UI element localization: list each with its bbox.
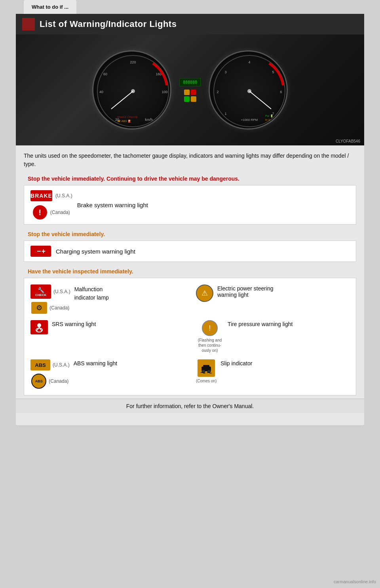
charging-warning-row: − + Charging system warning light	[30, 246, 350, 257]
abs-canada-row: ABS (Canada)	[31, 374, 68, 389]
brake-icon-group: BRAKE (U.S.A.) ! (Canada)	[30, 190, 72, 220]
tire-icon: !	[202, 320, 218, 336]
malfunction-text: Malfunction indicator lamp	[74, 284, 109, 302]
svg-text:100: 100	[162, 90, 167, 94]
abs-icon: ABS	[30, 359, 50, 370]
malfunction-usa-label: (U.S.A.)	[53, 289, 70, 294]
malfunction-item: 🔧 CHECK (U.S.A.) ⚙ (Canada)	[30, 284, 184, 314]
srs-item: SRS warning light	[30, 320, 184, 353]
abs-icons: ABS (U.S.A.) ABS (Canada)	[30, 359, 70, 389]
section-header-title: List of Warning/Indicator Lights	[40, 19, 177, 29]
charging-icon: − +	[30, 246, 51, 257]
indicator-grid	[184, 90, 196, 102]
abs-canada-label: (Canada)	[49, 378, 68, 384]
inspect-warning-box: 🔧 CHECK (U.S.A.) ⚙ (Canada)	[24, 278, 356, 395]
speedometer-gauge: 220 160 100 60 40 20 km/h B	[92, 50, 171, 130]
main-content: List of Warning/Indicator Lights 220 160	[16, 14, 364, 425]
trip-display: 888888	[179, 78, 201, 86]
svg-text:Pst 🔋: Pst 🔋	[265, 114, 274, 118]
svg-point-25	[37, 323, 41, 327]
svg-text:H  ①: H ①	[265, 118, 270, 121]
center-display: 888888	[179, 78, 201, 102]
section-header: List of Warning/Indicator Lights	[16, 14, 364, 34]
abs-usa-label: (U.S.A.)	[53, 362, 70, 368]
inspect-section: Have the vehicle inspected immediately. …	[24, 265, 356, 395]
image-credit: CLYOFAB546	[336, 139, 360, 143]
svg-text:3: 3	[225, 70, 227, 74]
engine-canada-row: ⚙ (Canada)	[31, 302, 69, 314]
svg-text:60: 60	[103, 72, 107, 76]
srs-icon	[30, 320, 48, 334]
stop-dangerous-section: Stop the vehicle immediately. Continuing…	[24, 172, 356, 225]
malfunction-icons: 🔧 CHECK (U.S.A.) ⚙ (Canada)	[30, 284, 70, 314]
slip-label: (Comes on)	[196, 378, 217, 384]
malfunction-canada-label: (Canada)	[49, 305, 69, 311]
srs-text: SRS warning light	[52, 320, 96, 327]
stop-section: Stop the vehicle immediately. − + Chargi…	[24, 228, 356, 262]
svg-line-9	[111, 91, 133, 109]
svg-text:1: 1	[225, 112, 227, 116]
tire-icons: ! (Flashing and then continu-ously on)	[196, 320, 224, 353]
slip-item: (Comes on) Slip indicator	[196, 359, 350, 389]
stop-dangerous-label: Stop the vehicle immediately. Continuing…	[24, 172, 356, 185]
svg-text:☎ ABS ⛽: ☎ ABS ⛽	[117, 119, 131, 123]
top-tab-label: What to do if ...	[32, 4, 68, 10]
abs-text: ABS warning light	[74, 359, 118, 367]
svg-text:km/h: km/h	[145, 118, 153, 122]
engine-icon: ⚙	[31, 302, 47, 314]
footer-note: For further information, refer to the Ow…	[16, 399, 364, 413]
section-header-icon	[22, 18, 35, 31]
brake-circle-icon: !	[33, 205, 47, 220]
top-tab: What to do if ...	[24, 0, 76, 14]
svg-rect-30	[203, 365, 209, 368]
svg-text:×1000 RPM: ×1000 RPM	[241, 118, 258, 122]
abs-circle-icon: ABS	[31, 374, 46, 389]
abs-item: ABS (U.S.A.) ABS (Canada) ABS warning li…	[30, 359, 184, 389]
charging-warning-text: Charging system warning light	[56, 248, 135, 255]
inspect-label: Have the vehicle inspected immediately.	[24, 265, 356, 278]
dashboard-image: 220 160 100 60 40 20 km/h B	[16, 34, 364, 145]
tachometer-gauge: 4 5 6 7 3 2 1 ×1000 RPM	[209, 50, 288, 130]
brake-warning-row: BRAKE (U.S.A.) ! (Canada) Brake system w…	[30, 190, 350, 220]
charging-warning-box: − + Charging system warning light	[24, 241, 356, 262]
brake-warning-box: BRAKE (U.S.A.) ! (Canada) Brake system w…	[24, 185, 356, 225]
tire-text: Tire pressure warning light	[228, 320, 293, 327]
page-wrapper: What to do if ... List of Warning/Indica…	[0, 0, 380, 588]
brake-usa-label: (U.S.A.)	[55, 193, 72, 199]
slip-icon	[198, 359, 215, 377]
warnings-section: Stop the vehicle immediately. Continuing…	[16, 172, 364, 395]
indicator-3	[184, 96, 190, 102]
svg-text:BRAKE CRUISE: BRAKE CRUISE	[117, 116, 138, 118]
svg-text:5: 5	[272, 70, 274, 74]
check-icon: 🔧 CHECK	[30, 284, 51, 299]
brake-canada-row: ! (Canada)	[33, 205, 70, 220]
inspect-grid: 🔧 CHECK (U.S.A.) ⚙ (Canada)	[30, 284, 350, 389]
slip-icons: (Comes on)	[196, 359, 217, 384]
eps-icon: ⚠	[196, 284, 213, 302]
svg-text:40: 40	[99, 90, 103, 94]
tire-item: ! (Flashing and then continu-ously on) T…	[196, 320, 350, 353]
indicator-1	[184, 90, 190, 95]
brake-usa-row: BRAKE (U.S.A.)	[30, 190, 72, 201]
tire-flashing-label: (Flashing and then continu-ously on)	[196, 338, 224, 353]
svg-text:4: 4	[249, 60, 251, 64]
stop-label: Stop the vehicle immediately.	[24, 228, 356, 241]
watermark: carmanualsonline.info	[334, 579, 376, 584]
svg-line-22	[249, 91, 271, 109]
svg-text:220: 220	[130, 60, 136, 64]
abs-usa-row: ABS (U.S.A.)	[30, 359, 70, 370]
svg-text:2: 2	[217, 90, 219, 94]
brake-canada-label: (Canada)	[50, 210, 70, 215]
svg-text:6: 6	[280, 90, 282, 94]
bottom-area	[0, 425, 380, 441]
eps-text: Electric power steering warning light	[217, 284, 274, 298]
dashboard-placeholder: 220 160 100 60 40 20 km/h B	[16, 34, 364, 145]
indicator-2	[191, 90, 196, 95]
eps-icons: ⚠	[196, 284, 213, 302]
srs-icons	[30, 320, 48, 334]
description-text: The units used on the speedometer, the t…	[16, 145, 364, 172]
gauge-container: 220 160 100 60 40 20 km/h B	[16, 34, 364, 145]
slip-text: Slip indicator	[220, 359, 252, 367]
check-usa-row: 🔧 CHECK (U.S.A.)	[30, 284, 70, 299]
brake-icon: BRAKE	[30, 190, 52, 201]
